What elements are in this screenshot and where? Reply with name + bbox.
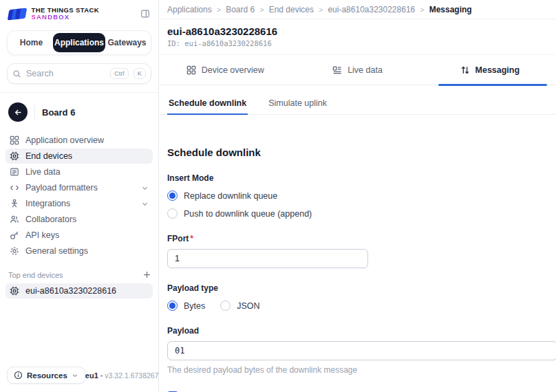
radio-icon (167, 190, 178, 201)
top-end-devices-section: Top end devices (0, 259, 158, 283)
breadcrumb-separator: > (259, 6, 264, 14)
sidebar-item-label: Payload formatters (25, 183, 98, 193)
gear-icon (10, 246, 19, 256)
sidebar-header-block: THE THINGS STACK SANDBOX Home Applicatio… (0, 0, 158, 93)
app-root: THE THINGS STACK SANDBOX Home Applicatio… (0, 0, 556, 392)
sidebar-item-api-keys[interactable]: API keys (6, 228, 153, 243)
device-id-label: eui-a8610a3230228616 (25, 286, 116, 296)
breadcrumb-end-devices[interactable]: End devices (269, 5, 314, 14)
code-icon (10, 183, 19, 193)
sidebar-item-label: Application overview (25, 135, 104, 145)
nav-tab-applications[interactable]: Applications (53, 33, 105, 52)
radio-icon (167, 208, 178, 219)
breadcrumb-applications[interactable]: Applications (167, 5, 212, 14)
radio-label: Replace downlink queue (184, 191, 277, 201)
arrow-left-icon (14, 108, 23, 117)
payload-type-label: Payload type (167, 283, 548, 293)
version-info: eu1 • v3.32.1.6738267293 (85, 371, 171, 380)
sidebar-item-label: API keys (25, 230, 59, 240)
tab-label: Live data (348, 65, 383, 75)
things-stack-logo: THE THINGS STACK SANDBOX (8, 7, 99, 21)
nav-tab-gateways[interactable]: Gateways (105, 33, 149, 52)
page-header: eui-a8610a3230228616 ID: eui-a8610a32302… (159, 19, 556, 55)
main-content: Applications > Board 6 > End devices > e… (159, 0, 556, 392)
people-icon (10, 215, 19, 224)
payload-input[interactable] (167, 341, 556, 360)
sidebar-item-live-data[interactable]: Live data (6, 164, 153, 179)
sidebar-item-application-overview[interactable]: Application overview (6, 133, 153, 148)
application-name: Board 6 (42, 107, 75, 118)
payload-label: Payload (167, 326, 548, 336)
radio-push-downlink-queue[interactable]: Push to downlink queue (append) (167, 208, 548, 219)
plus-icon[interactable] (142, 270, 151, 279)
search-input[interactable]: Search Ctrl K (7, 63, 151, 84)
kbd-ctrl: Ctrl (110, 68, 129, 79)
sidebar-item-general-settings[interactable]: General settings (6, 243, 153, 259)
grid-icon (186, 65, 196, 75)
sidebar-toggle-icon[interactable] (140, 9, 150, 19)
radio-replace-downlink-queue[interactable]: Replace downlink queue (167, 190, 548, 201)
tab-live-data[interactable]: Live data (291, 55, 423, 85)
sidebar-item-label: Collaborators (25, 215, 76, 224)
sidebar-item-integrations[interactable]: Integrations (6, 196, 153, 211)
chip-icon (10, 151, 19, 161)
arrows-up-down-icon (460, 65, 470, 75)
sidebar-item-label: General settings (25, 246, 88, 256)
radio-label: JSON (237, 301, 259, 311)
breadcrumb-board-6[interactable]: Board 6 (226, 5, 255, 14)
nav-tab-home[interactable]: Home (10, 33, 53, 52)
key-icon (10, 230, 19, 240)
schedule-downlink-panel: Schedule downlink Insert Mode Replace do… (159, 115, 556, 392)
sidebar-item-collaborators[interactable]: Collaborators (6, 212, 153, 227)
tab-label: Device overview (202, 65, 264, 75)
kbd-k: K (133, 68, 146, 79)
radio-json[interactable]: JSON (220, 301, 259, 311)
payload-type-options: Bytes JSON (167, 301, 548, 311)
fport-input[interactable] (167, 249, 368, 268)
radio-bytes[interactable]: Bytes (167, 301, 205, 311)
sidebar-item-label: Integrations (25, 199, 70, 208)
sidebar: THE THINGS STACK SANDBOX Home Applicatio… (0, 0, 159, 392)
list-icon (332, 65, 342, 75)
sidebar-item-label: Live data (25, 167, 61, 177)
page-title: eui-a8610a3230228616 (167, 25, 548, 37)
radio-icon (167, 301, 178, 311)
insert-mode-label: Insert Mode (167, 173, 548, 183)
breadcrumb-separator: > (420, 6, 424, 14)
sidebar-item-device[interactable]: eui-a8610a3230228616 (6, 283, 153, 298)
radio-label: Bytes (184, 301, 205, 311)
back-button[interactable] (8, 102, 28, 122)
grid-icon (10, 135, 19, 145)
subtab-schedule-downlink[interactable]: Schedule downlink (167, 94, 248, 115)
page-device-id: ID: eui-a8610a3230228616 (167, 39, 548, 47)
chevron-down-icon (141, 200, 149, 208)
integrations-icon (10, 199, 19, 208)
bullet: • (100, 371, 103, 380)
sidebar-nav: Application overview End devices (0, 127, 158, 259)
radio-label: Push to downlink queue (append) (184, 209, 312, 219)
breadcrumb-separator: > (319, 6, 323, 14)
breadcrumb-messaging: Messaging (429, 5, 472, 14)
device-tabs: Device overview Live data Messaging (159, 55, 556, 85)
tab-messaging[interactable]: Messaging (424, 55, 556, 85)
breadcrumb-separator: > (217, 6, 221, 14)
sidebar-item-label: End devices (25, 151, 72, 161)
subtab-simulate-uplink[interactable]: Simulate uplink (267, 94, 328, 115)
breadcrumb-device[interactable]: eui-a8610a3230228616 (328, 5, 415, 14)
sidebar-item-end-devices[interactable]: End devices (6, 149, 153, 164)
radio-icon (220, 301, 231, 311)
divider (34, 105, 35, 119)
tab-label: Messaging (475, 65, 520, 75)
resources-label: Resources (27, 371, 67, 380)
chip-icon (10, 286, 19, 296)
main-nav-tabs: Home Applications Gateways (7, 30, 151, 55)
top-end-devices-list: eui-a8610a3230228616 (0, 283, 158, 299)
search-icon (12, 69, 21, 78)
cluster-label: eu1 (85, 371, 98, 380)
logo-mark-icon (8, 8, 26, 20)
list-icon (10, 167, 19, 177)
sidebar-item-payload-formatters[interactable]: Payload formatters (6, 180, 153, 195)
resources-button[interactable]: Resources (7, 367, 85, 384)
sidebar-footer: Resources eu1 • v3.32.1.6738267293 (0, 360, 158, 392)
tab-device-overview[interactable]: Device overview (159, 55, 291, 85)
